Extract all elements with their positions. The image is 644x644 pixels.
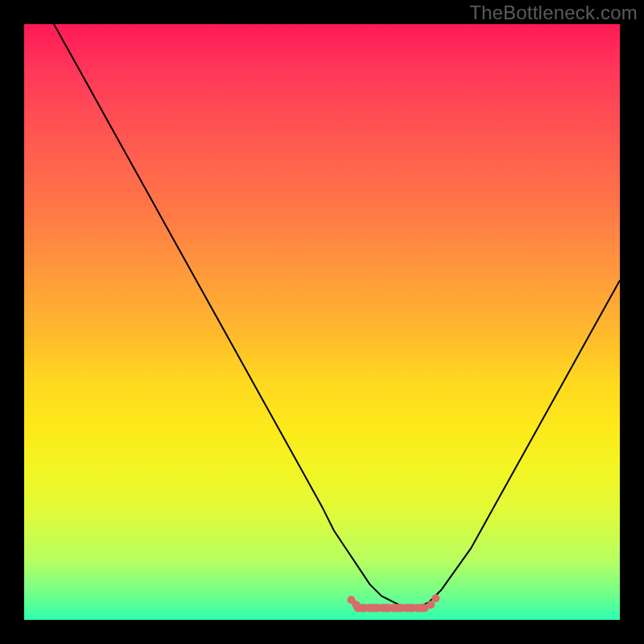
chart-frame: TheBottleneck.com — [0, 0, 644, 644]
bottleneck-curve-svg — [24, 24, 620, 620]
plot-area — [24, 24, 620, 620]
svg-point-8 — [427, 601, 435, 609]
bottleneck-curve-path — [24, 24, 620, 608]
svg-point-9 — [431, 594, 440, 602]
watermark-text: TheBottleneck.com — [469, 2, 638, 24]
